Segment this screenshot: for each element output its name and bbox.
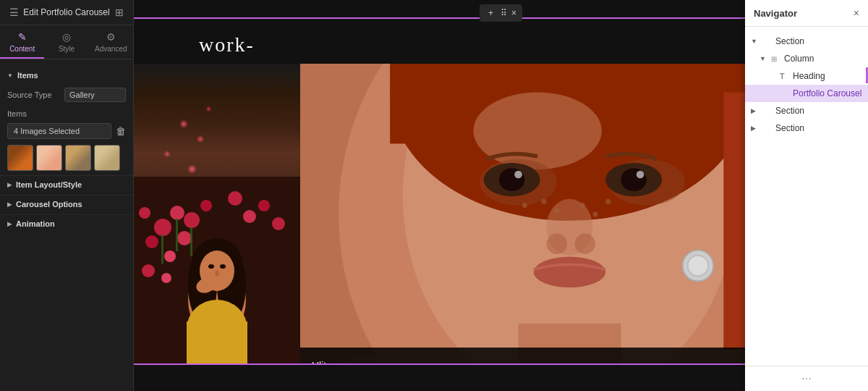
svg-point-13: [258, 200, 270, 211]
svg-point-8: [200, 200, 212, 211]
woman-flowers-image: [134, 64, 300, 365]
svg-point-14: [272, 217, 285, 230]
svg-point-24: [208, 264, 214, 269]
svg-point-48: [534, 257, 605, 288]
tree-item-section-2[interactable]: ▶ Section: [745, 102, 868, 119]
style-tab-icon: ◎: [62, 31, 71, 43]
thumbnail-2[interactable]: [36, 145, 62, 171]
tree-item-section-1[interactable]: ▼ Section: [745, 33, 868, 50]
panel-title: Edit Portfolio Carousel: [23, 7, 109, 17]
navigator-close-btn[interactable]: ×: [854, 7, 859, 19]
selected-count: 4 Images Selected: [7, 123, 111, 139]
navigator-footer-dots: ···: [801, 372, 811, 384]
navigator-header: Navigator ×: [745, 0, 868, 27]
grid-icon[interactable]: ⊞: [113, 6, 126, 19]
svg-point-12: [139, 207, 150, 219]
widget-toolbar: + ⠿ ×: [480, 4, 522, 22]
images-count-row: 4 Images Selected 🗑: [0, 120, 133, 142]
tab-content[interactable]: ✎ Content: [0, 25, 44, 59]
svg-point-53: [522, 203, 527, 208]
left-panel: ☰ Edit Portfolio Carousel ⊞ ✎ Content ◎ …: [0, 0, 134, 391]
svg-point-10: [243, 210, 256, 223]
heading-label: Heading: [793, 71, 862, 81]
svg-point-51: [580, 203, 585, 208]
items-section-header[interactable]: ▼ Items: [0, 67, 133, 84]
svg-point-6: [177, 231, 192, 245]
svg-point-47: [575, 234, 595, 254]
tree-item-column[interactable]: ▼ ⊞ Column: [745, 50, 868, 67]
tree-item-section-3[interactable]: ▶ Section: [745, 119, 868, 137]
tab-style[interactable]: ◎ Style: [44, 25, 88, 59]
navigator-tree: ▼ Section ▼ ⊞ Column T Heading Po: [745, 27, 868, 366]
carousel-left-image: [134, 64, 300, 365]
thumbnail-4[interactable]: [94, 145, 120, 171]
thumbnails-row: [0, 142, 133, 174]
heading-icon: T: [780, 72, 790, 80]
section3-toggle-icon: ▶: [751, 125, 760, 132]
animation-header[interactable]: ▶ Animation: [0, 215, 133, 232]
svg-rect-15: [161, 235, 163, 264]
section3-label: Section: [775, 123, 862, 133]
section1-label: Section: [775, 36, 862, 46]
svg-point-11: [161, 273, 171, 283]
content-tab-label: Content: [9, 45, 35, 53]
svg-point-7: [142, 264, 155, 277]
column-icon: ⊞: [771, 55, 781, 63]
carousel-options-header[interactable]: ▶ Carousel Options: [0, 196, 133, 213]
source-type-label: Source Type: [7, 91, 60, 99]
animation-section: ▶ Animation: [0, 214, 133, 232]
panel-header: ☰ Edit Portfolio Carousel ⊞: [0, 0, 133, 25]
svg-point-5: [164, 251, 176, 262]
svg-point-46: [547, 234, 567, 254]
move-widget-icon[interactable]: ⠿: [498, 7, 510, 20]
carousel-options-label: Carousel Options: [16, 200, 82, 209]
svg-point-9: [228, 191, 242, 206]
source-type-select[interactable]: Gallery Media: [64, 88, 126, 102]
animation-label: Animation: [16, 219, 55, 228]
svg-point-50: [554, 208, 559, 213]
item-layout-label: Item Layout/Style: [16, 180, 82, 189]
items-toggle-icon: ▼: [7, 72, 13, 79]
svg-point-3: [145, 235, 158, 248]
svg-rect-17: [190, 227, 192, 256]
items-label: Items: [0, 106, 133, 120]
tree-item-portfolio-carousel[interactable]: Portfolio Carousel: [745, 85, 868, 102]
svg-point-42: [621, 168, 646, 191]
item-layout-header[interactable]: ▶ Item Layout/Style: [0, 176, 133, 193]
svg-point-54: [605, 199, 610, 204]
animation-toggle-icon: ▶: [7, 221, 12, 227]
svg-point-41: [499, 168, 524, 191]
thumbnail-3[interactable]: [65, 145, 91, 171]
source-type-row: Source Type Gallery Media: [0, 84, 133, 106]
navigator-footer: ···: [745, 366, 868, 391]
advanced-tab-label: Advanced: [95, 45, 127, 53]
column-toggle-icon: ▼: [760, 55, 768, 62]
portrait-svg: [134, 177, 300, 365]
svg-point-1: [154, 219, 171, 236]
style-tab-label: Style: [59, 45, 75, 53]
main-canvas: + ⠿ × work-: [134, 0, 868, 391]
navigator-title: Navigator: [754, 8, 797, 19]
panel-content: ▼ Items Source Type Gallery Media Items …: [0, 59, 133, 391]
portfolio-carousel-label: Portfolio Carousel: [793, 88, 862, 98]
svg-point-4: [184, 212, 200, 228]
hamburger-icon[interactable]: ☰: [7, 6, 20, 19]
item-layout-toggle-icon: ▶: [7, 182, 12, 188]
close-widget-icon[interactable]: ×: [511, 8, 516, 18]
section2-toggle-icon: ▶: [751, 107, 760, 114]
tree-item-heading[interactable]: T Heading: [745, 67, 868, 85]
items-section-label: Items: [17, 71, 38, 80]
add-widget-icon[interactable]: +: [485, 7, 496, 20]
svg-rect-28: [187, 321, 247, 365]
carousel-options-section: ▶ Carousel Options: [0, 195, 133, 213]
navigator-panel: Navigator × ▼ Section ▼ ⊞ Column T Headi…: [745, 0, 868, 391]
tabs-row: ✎ Content ◎ Style ⚙ Advanced: [0, 25, 133, 59]
svg-point-25: [220, 264, 226, 269]
svg-point-26: [215, 270, 219, 276]
tab-advanced[interactable]: ⚙ Advanced: [89, 25, 133, 59]
thumbnail-1[interactable]: [7, 145, 33, 171]
svg-point-56: [688, 256, 708, 276]
svg-rect-16: [176, 219, 178, 251]
delete-images-icon[interactable]: 🗑: [116, 125, 126, 137]
svg-point-49: [541, 199, 546, 204]
